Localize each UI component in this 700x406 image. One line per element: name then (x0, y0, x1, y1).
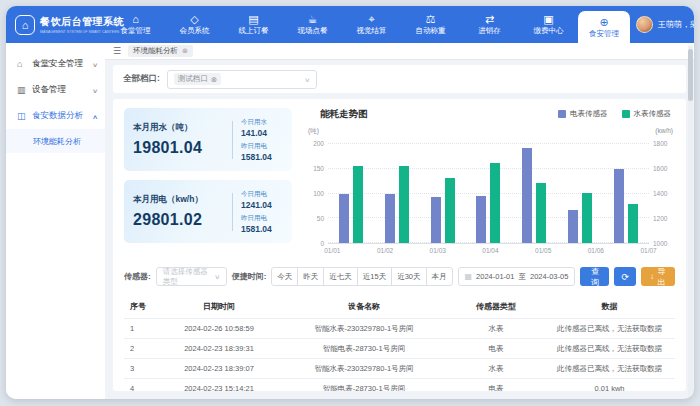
nav-item-label: 自动称重 (416, 26, 446, 36)
date-separator: 至 (518, 272, 526, 282)
sidebar-subitem-环境能耗分析[interactable]: 环境能耗分析 (6, 129, 105, 153)
stall-tag: 测试档口 ⊗ (174, 73, 221, 85)
sensor-type-select[interactable]: 请选择传感器类型 ∨ (156, 267, 227, 286)
table-cell: 4 (124, 379, 158, 392)
table-cell: 智能水表-230329780-1号房间 (280, 319, 448, 339)
nav-item-会员系统[interactable]: ◇会员系统 (165, 6, 224, 43)
nav-item-label: 进销存 (478, 26, 501, 36)
sidebar-item-食堂安全管理[interactable]: ⌂食堂安全管理∨ (6, 51, 105, 77)
nav-item-现场点餐[interactable]: ☕现场点餐 (283, 6, 342, 43)
column-header-序号: 序号 (124, 297, 158, 319)
query-toolbar: 传感器: 请选择传感器类型 ∨ 便捷时间: 今天昨天近七天近15天近30天本月 … (124, 267, 675, 286)
nav-item-进销存[interactable]: ⇄进销存 (460, 6, 519, 43)
chevron-down-icon: ∨ (92, 87, 98, 94)
left-axis-unit: (吨) (308, 127, 319, 136)
refresh-icon: ⟳ (621, 272, 629, 282)
bar-水表传感器[interactable] (490, 163, 500, 243)
bar-电表传感器[interactable] (339, 194, 349, 244)
table-cell: 此传感器已离线，无法获取数据 (544, 339, 675, 359)
table-cell: 水表 (448, 319, 544, 339)
water-usage-card: 本月用水（吨） 19801.04 今日用水 141.04 昨日用电 1581.0… (124, 108, 292, 171)
date-range-picker[interactable]: ▦ 2024-01-01 至 2024-03-05 (458, 267, 576, 286)
nav-item-食安管理[interactable]: ⊕食安管理 (578, 11, 630, 43)
bar-水表传感器[interactable] (582, 193, 592, 243)
nav-item-label: 视觉结算 (357, 26, 387, 36)
device-manage-icon: ▥ (17, 85, 27, 95)
tab-env-energy[interactable]: 环境能耗分析 ⊗ (128, 45, 193, 57)
calendar-icon: ▦ (465, 272, 473, 281)
legend-label: 电表传感器 (570, 109, 608, 119)
bar-电表传感器[interactable] (614, 169, 624, 243)
bar-水表传感器[interactable] (536, 183, 546, 243)
electric-yesterday-value: 1581.04 (241, 224, 283, 234)
column-header-设备名称: 设备名称 (280, 297, 448, 319)
bar-水表传感器[interactable] (399, 166, 409, 243)
download-icon: ↓ (650, 272, 654, 281)
inventory-icon: ⇄ (485, 13, 494, 25)
legend-电表传感器: 电表传感器 (558, 109, 608, 119)
nav-item-线上订餐[interactable]: ▤线上订餐 (224, 6, 283, 43)
quick-time-今天[interactable]: 今天 (271, 267, 298, 286)
bar-电表传感器[interactable] (568, 210, 578, 243)
stall-select[interactable]: 测试档口 ⊗ ∨ (167, 70, 317, 89)
user-name: 王萌萌，采购经理 (658, 19, 694, 30)
stall-filter-bar: 全部档口: 测试档口 ⊗ ∨ (113, 65, 686, 93)
scrollbar-thumb[interactable] (688, 49, 693, 101)
table-cell: 2024-02-26 10:58:59 (158, 319, 280, 339)
water-today-value: 141.04 (241, 128, 283, 138)
bar-电表传感器[interactable] (385, 194, 395, 244)
left-tick: 200 (313, 141, 324, 147)
avatar[interactable] (636, 16, 653, 33)
quick-time-近七天[interactable]: 近七天 (323, 267, 358, 286)
table-cell: 3 (124, 359, 158, 379)
quick-time-昨天[interactable]: 昨天 (297, 267, 324, 286)
sidebar-item-设备管理[interactable]: ▥设备管理∨ (6, 77, 105, 103)
tag-close-icon[interactable]: ⊗ (211, 75, 217, 84)
left-tick: 100 (313, 191, 324, 197)
bar-水表传感器[interactable] (445, 178, 455, 243)
search-button[interactable]: 查询 (580, 267, 609, 286)
nav-item-食堂管理[interactable]: ⌂食堂管理 (106, 6, 165, 43)
table-cell: 水表 (448, 359, 544, 379)
chevron-down-icon: ∨ (214, 273, 221, 280)
main-content: ☰ 环境能耗分析 ⊗ 全部档口: 测试档口 ⊗ ∨ (105, 43, 694, 399)
logo-house-icon: ⌂ (15, 15, 35, 35)
x-label: 01/01 (312, 247, 352, 254)
table-row[interactable]: 12024-02-26 10:58:59智能水表-230329780-1号房间水… (124, 319, 675, 339)
table-cell: 2024-02-23 15:14:21 (158, 379, 280, 392)
bar-电表传感器[interactable] (476, 196, 486, 243)
nav-item-自动称重[interactable]: ⚖自动称重 (401, 6, 460, 43)
payment-center-icon: ▣ (543, 13, 553, 25)
export-button[interactable]: ↓导出 (641, 267, 675, 286)
chevron-up-icon: ∧ (92, 113, 98, 120)
quick-time-本月[interactable]: 本月 (426, 267, 453, 286)
quick-time-近15天[interactable]: 近15天 (357, 267, 392, 286)
quick-time-近30天[interactable]: 近30天 (391, 267, 426, 286)
bar-电表传感器[interactable] (431, 197, 441, 243)
canteen-icon: ⌂ (132, 13, 139, 25)
legend-swatch (558, 110, 566, 118)
header-nav: ⌂食堂管理◇会员系统▤线上订餐☕现场点餐⌖视觉结算⚖自动称重⇄进销存▣缴费中心⊕… (106, 6, 630, 43)
collapse-sidebar-icon[interactable]: ☰ (113, 46, 121, 56)
nav-item-缴费中心[interactable]: ▣缴费中心 (519, 6, 578, 43)
sidebar-item-食安数据分析[interactable]: ◫食安数据分析∧ (6, 103, 105, 129)
table-row[interactable]: 42024-02-23 15:14:21智能电表-28730-1号房间电表0.0… (124, 379, 675, 392)
table-row[interactable]: 32024-02-23 18:39:07智能水表-230329780-1号房间水… (124, 359, 675, 379)
bar-电表传感器[interactable] (522, 148, 532, 243)
tab-close-icon[interactable]: ⊗ (182, 47, 188, 55)
analytics-panel: 本月用水（吨） 19801.04 今日用水 141.04 昨日用电 1581.0… (113, 99, 686, 391)
nav-item-label: 会员系统 (180, 26, 210, 36)
x-axis-labels: 01/0101/0201/0301/0401/0501/0601/07 (306, 247, 675, 254)
bar-水表传感器[interactable] (353, 166, 363, 243)
electric-yesterday-label: 昨日用电 (241, 214, 283, 223)
reset-button[interactable]: ⟳ (614, 267, 636, 286)
sensor-filter-label: 传感器: (124, 271, 151, 282)
table-cell: 2024-02-23 18:39:07 (158, 359, 280, 379)
right-tick: 1000 (653, 241, 675, 247)
data-analysis-icon: ◫ (17, 111, 27, 121)
table-cell: 电表 (448, 339, 544, 359)
table-row[interactable]: 22024-02-23 18:39:31智能电表-28730-1号房间电表此传感… (124, 339, 675, 359)
nav-item-视觉结算[interactable]: ⌖视觉结算 (342, 6, 401, 43)
bar-水表传感器[interactable] (628, 204, 638, 243)
food-safety-icon: ⊕ (599, 16, 608, 28)
